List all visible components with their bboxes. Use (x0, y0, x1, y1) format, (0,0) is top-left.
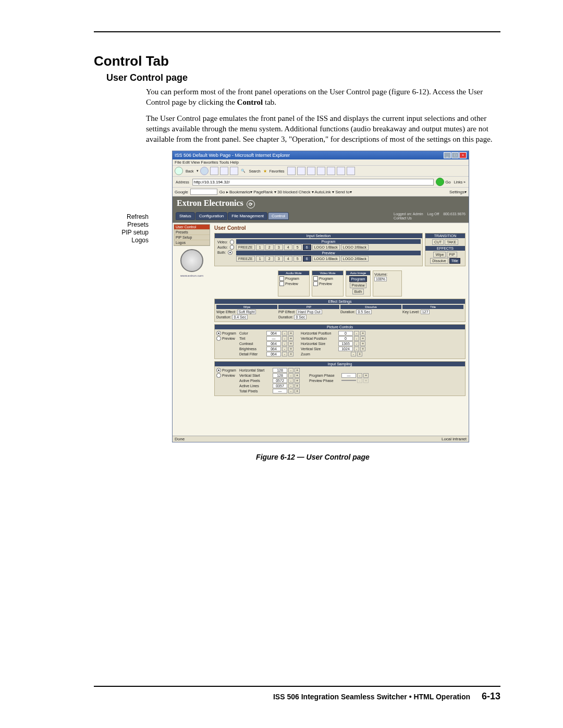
wipe-button[interactable]: Wipe (433, 252, 446, 257)
text: tab. (263, 98, 276, 106)
callout-refresh: Refresh (112, 213, 149, 221)
tab-configuration[interactable]: Configuration (195, 212, 228, 220)
favorites-label: Favorites (268, 169, 286, 173)
take-button[interactable]: TAKE (445, 239, 458, 245)
side-menu[interactable]: User Control Presets PIP Setup Logos (174, 224, 210, 246)
section-heading: Control Tab (94, 53, 500, 69)
history-icon[interactable] (287, 167, 296, 175)
input-sampling-head: Input Sampling (215, 362, 465, 366)
tab-status[interactable]: Status (176, 212, 195, 220)
effect-settings-head: Effect Settings (215, 299, 465, 304)
input-3[interactable]: 3 (275, 244, 283, 250)
figure-caption: Figure 6-12 — User Control page (125, 453, 500, 461)
pip-effect-select[interactable]: Hard Pop Out (297, 310, 322, 314)
go-button[interactable]: Go (436, 178, 451, 186)
auto-program[interactable]: Program (349, 276, 368, 282)
cut-button[interactable]: CUT (432, 239, 444, 245)
input-4[interactable]: 4 (284, 244, 292, 250)
sidebar-item-pip-setup[interactable]: PIP Setup (174, 235, 210, 240)
input-6[interactable]: 6 (303, 244, 311, 250)
samp-program-radio[interactable] (216, 368, 221, 373)
title-button[interactable]: Title (449, 258, 460, 264)
text: You can perform most of the front panel … (146, 88, 483, 106)
freeze-button-prev[interactable]: FREEZE (236, 256, 255, 262)
label: Audio: (216, 245, 229, 249)
stop-icon[interactable] (210, 167, 218, 175)
discuss-icon[interactable] (327, 167, 335, 175)
menu-bar[interactable]: File Edit View Favorites Tools Help (173, 159, 469, 166)
edit-icon[interactable] (317, 167, 325, 175)
video-mute-program[interactable] (313, 276, 318, 281)
video-mute-preview[interactable] (313, 281, 318, 286)
window-buttons[interactable]: _□× (443, 152, 467, 158)
wipe-effect-select[interactable]: Soft Right (237, 310, 256, 314)
google-search-input[interactable] (190, 189, 217, 195)
picture-controls-head: Picture Controls (215, 325, 465, 329)
home-icon[interactable] (230, 167, 238, 175)
pic-program-radio[interactable] (216, 331, 221, 336)
sidebar-item-logos[interactable]: Logos (174, 240, 210, 245)
paragraph-2: The User Control page emulates the front… (146, 113, 500, 145)
wipe-duration-select[interactable]: 0.4 Sec (232, 315, 248, 319)
video-mute-head: Video Mute (312, 271, 343, 275)
plus-button[interactable]: + (288, 331, 293, 336)
label: Video: (216, 240, 229, 244)
google-toolbar-items[interactable]: Go ▸ Bookmarks▾ PageRank ▾ 30 blocked Ch… (219, 190, 352, 194)
input-1[interactable]: 1 (256, 244, 264, 250)
pic-preview-radio[interactable] (216, 336, 221, 341)
effects-head: EFFECTS (425, 246, 465, 251)
auto-image-head: Auto Image (346, 271, 370, 275)
subsection-heading: User Control page (106, 72, 500, 83)
bold-text: Control (237, 98, 263, 106)
sidebar-item-presets[interactable]: Presets (174, 230, 210, 235)
key-level-select[interactable]: 127 (421, 310, 430, 314)
footer-text: ISS 506 Integration Seamless Switcher • … (273, 693, 470, 701)
links-label: Links » (453, 180, 467, 184)
audio-radio[interactable] (230, 245, 234, 250)
audio-mute-program[interactable] (279, 276, 284, 281)
audio-mute-head: Audio Mute (278, 271, 309, 275)
nav-toolbar[interactable]: Back ▾ 🔍Search ★Favorites (173, 166, 469, 177)
transition-head: TRANSITION (425, 233, 465, 238)
dissolve-button[interactable]: Dissolve (430, 258, 448, 264)
address-input[interactable] (192, 179, 434, 186)
both-radio[interactable] (228, 250, 232, 255)
google-settings[interactable]: Settings▾ (449, 190, 467, 194)
auto-both[interactable]: Both (352, 289, 364, 294)
tab-control[interactable]: Control (268, 212, 289, 220)
logo1-button[interactable]: LOGO 1/Black (312, 244, 340, 250)
messenger-icon[interactable] (347, 167, 355, 175)
volume-select[interactable]: 100% (374, 277, 387, 281)
program-head: Program (236, 239, 421, 244)
sidebar-item-user-control[interactable]: User Control (174, 225, 210, 230)
status-zone: Local intranet (442, 437, 467, 441)
status-done: Done (175, 437, 185, 441)
preview-head: Preview (236, 251, 421, 255)
page-tabs[interactable]: StatusConfigurationFile ManagementContro… (176, 212, 289, 220)
input-5[interactable]: 5 (293, 244, 302, 250)
paragraph-1: You can perform most of the front panel … (146, 87, 500, 108)
page-number: 6-13 (482, 691, 500, 701)
forward-icon[interactable] (200, 167, 209, 175)
logo2-button[interactable]: LOGO 2/Black (341, 244, 369, 250)
label: Preview (285, 282, 298, 286)
pip-duration-select[interactable]: 0 Sec (294, 315, 307, 319)
mail-icon[interactable] (297, 167, 305, 175)
freeze-button[interactable]: FREEZE (236, 244, 255, 250)
samp-preview-radio[interactable] (216, 373, 221, 378)
auto-preview[interactable]: Preview (350, 282, 367, 288)
dissolve-duration-select[interactable]: 0.5 Sec (356, 310, 372, 314)
print-icon[interactable] (307, 167, 315, 175)
callout-presets: Presets (112, 221, 149, 229)
back-label: Back (185, 169, 195, 173)
video-radio[interactable] (230, 240, 234, 244)
go-label: Go (445, 180, 451, 184)
minus-button[interactable]: - (282, 331, 287, 336)
input-2[interactable]: 2 (265, 244, 274, 250)
pip-button[interactable]: PIP (447, 252, 457, 257)
research-icon[interactable] (337, 167, 345, 175)
refresh-icon[interactable] (220, 167, 228, 175)
back-icon[interactable] (175, 167, 183, 175)
audio-mute-preview[interactable] (279, 281, 284, 286)
tab-file-management[interactable]: File Management (228, 212, 267, 220)
